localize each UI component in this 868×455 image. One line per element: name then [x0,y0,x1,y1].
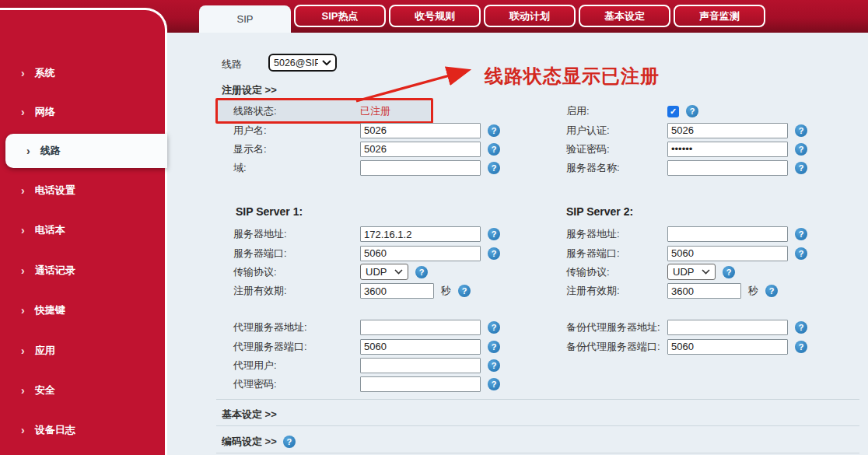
help-icon[interactable]: ? [415,266,428,278]
sip-server2-header: SIP Server 2: [566,205,633,218]
sidebar-item-网络[interactable]: ›网络 [0,95,167,129]
server2-expiry-input[interactable] [667,283,741,299]
server1-port-input[interactable] [360,246,481,261]
help-icon[interactable]: ? [488,321,500,334]
sidebar-item-电话设置[interactable]: ›电话设置 [0,173,167,208]
tab-联动计划[interactable]: 联动计划 [484,5,576,27]
sidebar-item-label: 网络 [35,105,55,119]
help-icon[interactable]: ? [795,341,807,353]
help-icon[interactable]: ? [283,436,296,448]
sidebar-item-电话本[interactable]: ›电话本 [0,213,167,247]
chevron-right-icon: › [21,224,25,236]
chevron-right-icon: › [21,345,25,357]
sidebar-item-设备日志[interactable]: ›设备日志 [0,413,167,447]
server1-expiry-input[interactable] [360,283,434,299]
server1-address-input[interactable] [360,226,481,242]
section-basic-settings[interactable]: 基本设定 >> [222,408,277,422]
section-register-settings[interactable]: 注册设定 >> [222,83,277,97]
help-icon[interactable]: ? [795,321,807,334]
server1-transport-label: 传输协议: [233,265,360,279]
enable-checkbox[interactable]: ✓ [667,106,679,117]
help-icon[interactable]: ? [488,341,500,353]
help-icon[interactable]: ? [488,247,500,260]
sidebar-item-应用[interactable]: ›应用 [0,334,167,368]
server2-address-input[interactable] [667,226,788,242]
sidebar-item-label: 设备日志 [35,423,75,437]
proxy-user-input[interactable] [360,358,481,373]
auth-password-input[interactable] [667,142,788,157]
chevron-right-icon: › [21,304,25,317]
tab-声音监测[interactable]: 声音监测 [674,5,765,27]
help-icon[interactable]: ? [795,162,807,174]
sidebar-item-线路[interactable]: ›线路 [5,134,167,168]
backup-proxy-address-input[interactable] [667,320,788,335]
backup-proxy-port-input[interactable] [667,339,788,355]
backup-proxy-port-label: 备份代理服务器端口: [566,340,667,354]
server1-expiry-suffix: 秒 [441,284,451,298]
form-row-username: 用户名:? [233,121,529,139]
help-icon[interactable]: ? [488,359,500,372]
proxy-right-column: 备份代理服务器地址:?备份代理服务器端口:? [566,318,862,356]
chevron-right-icon: › [21,67,25,79]
line-select-value: 5026@SIP [274,58,318,68]
tab-SIP[interactable]: SIP [199,5,291,33]
form-row-proxy-password: 代理密码:? [233,375,529,394]
help-icon[interactable]: ? [686,105,698,117]
form-row-server1-expiry: 注册有效期:秒? [233,282,529,300]
help-icon[interactable]: ? [795,228,807,240]
username-input[interactable] [360,123,481,138]
form-row-server2-address: 服务器地址:? [566,225,862,243]
server2-port-input[interactable] [667,246,788,261]
line-select[interactable]: 5026@SIP [268,54,337,72]
server2-transport-select[interactable]: UDP [667,264,716,280]
divider [216,399,859,400]
proxy-user-label: 代理用户: [233,359,360,373]
form-row-backup-proxy-address: 备份代理服务器地址:? [566,318,862,337]
help-icon[interactable]: ? [488,124,500,137]
auth-user-input[interactable] [667,123,788,138]
sidebar-item-快捷键[interactable]: ›快捷键 [0,293,167,327]
help-icon[interactable]: ? [795,143,807,156]
sidebar-item-label: 线路 [40,144,61,158]
server2-address-label: 服务器地址: [566,227,667,241]
chevron-right-icon: › [21,384,25,397]
sidebar-item-通话记录[interactable]: ›通话记录 [0,254,167,288]
sidebar-item-安全[interactable]: ›安全 [0,373,167,408]
display-name-input[interactable] [360,142,481,157]
help-icon[interactable]: ? [488,143,500,156]
form-row-server-name: 服务器名称:? [566,159,862,177]
form-row-server1-address: 服务器地址:? [233,225,529,243]
sidebar-item-label: 电话本 [35,223,65,237]
auth-password-label: 验证密码: [566,142,667,156]
help-icon[interactable]: ? [765,285,778,297]
section-codec-settings[interactable]: 编码设定 >> ? [222,435,296,449]
help-icon[interactable]: ? [723,266,735,278]
server2-transport-label: 传输协议: [566,265,667,279]
server1-expiry-label: 注册有效期: [233,284,360,298]
sidebar-item-label: 通话记录 [35,264,75,278]
server-name-label: 服务器名称: [566,161,667,175]
proxy-address-input[interactable] [360,320,481,335]
display-name-label: 显示名: [233,142,360,156]
proxy-password-input[interactable] [360,376,481,392]
help-icon[interactable]: ? [488,378,500,390]
help-icon[interactable]: ? [795,124,807,137]
form-row-server2-port: 服务器端口:? [566,243,862,262]
domain-input[interactable] [360,160,481,176]
help-icon[interactable]: ? [488,228,500,240]
server-name-input[interactable] [667,160,788,176]
help-icon[interactable]: ? [458,285,471,297]
server2-transport-value: UDP [673,266,694,278]
server2-expiry-label: 注册有效期: [566,284,667,298]
form-row-display-name: 显示名:? [233,140,529,159]
server1-transport-select[interactable]: UDP [360,264,408,280]
form-row-server1-transport: 传输协议:UDP? [233,263,529,282]
help-icon[interactable]: ? [795,247,807,260]
tab-SIP热点[interactable]: SIP热点 [294,5,386,27]
help-icon[interactable]: ? [488,162,500,174]
tab-收号规则[interactable]: 收号规则 [389,5,481,27]
tab-基本设定[interactable]: 基本设定 [579,5,670,27]
proxy-address-label: 代理服务器地址: [233,320,360,334]
proxy-port-input[interactable] [360,339,481,355]
sidebar-item-系统[interactable]: ›系统 [0,56,167,90]
